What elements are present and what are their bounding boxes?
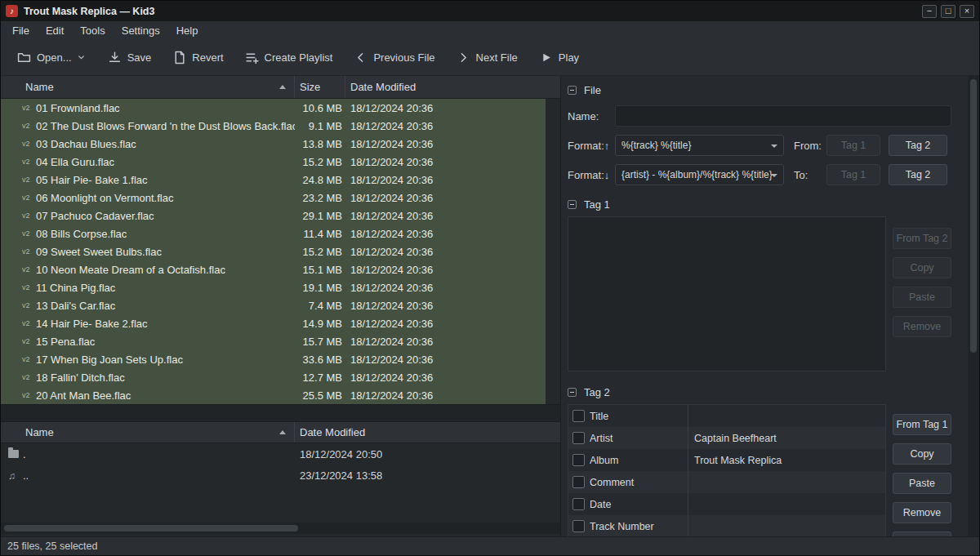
next-file-button[interactable]: Next File <box>450 45 524 70</box>
file-size: 25.5 MB <box>295 389 342 402</box>
file-row[interactable]: v220 Ant Man Bee.flac25.5 MB18/12/2024 2… <box>1 386 546 404</box>
file-name: 01 Frownland.flac <box>36 102 295 114</box>
create-playlist-button[interactable]: Create Playlist <box>238 45 340 70</box>
file-date: 18/12/2024 20:36 <box>342 264 433 276</box>
menu-item-help[interactable]: Help <box>168 23 207 38</box>
save-button[interactable]: Save <box>101 45 158 70</box>
collapse-toggle-icon[interactable] <box>568 388 577 397</box>
open-button[interactable]: Open... <box>11 45 93 70</box>
menu-item-tools[interactable]: Tools <box>72 23 113 38</box>
maximize-button[interactable]: □ <box>941 5 956 18</box>
tag2-section-header[interactable]: Tag 2 <box>568 385 951 399</box>
close-button[interactable]: × <box>960 5 974 18</box>
field-value[interactable] <box>688 405 885 427</box>
revert-button[interactable]: Revert <box>166 45 229 70</box>
tag2-row-album[interactable]: AlbumTrout Mask Replica <box>568 449 885 471</box>
main-area: Name Size Date Modified v201 Frownland.f… <box>1 76 979 536</box>
collapse-toggle-icon[interactable] <box>568 86 577 95</box>
file-header-name[interactable]: Name <box>1 76 295 98</box>
tag2-row-title[interactable]: Title <box>568 405 885 427</box>
file-name: 14 Hair Pie- Bake 2.flac <box>36 318 295 330</box>
field-value[interactable]: Captain Beefheart <box>688 427 885 449</box>
field-checkbox[interactable] <box>572 410 585 422</box>
scrollbar-thumb[interactable] <box>970 79 977 353</box>
tag2-row-artist[interactable]: ArtistCaptain Beefheart <box>568 427 885 449</box>
field-value[interactable] <box>688 471 885 493</box>
to-tag1-button[interactable]: Tag 1 <box>826 164 880 185</box>
field-checkbox[interactable] <box>572 476 585 488</box>
edit-button[interactable]: Edit... <box>893 532 951 536</box>
tag1-section-header[interactable]: Tag 1 <box>568 197 951 211</box>
field-checkbox[interactable] <box>572 520 585 532</box>
from-tag-1-button[interactable]: From Tag 1 <box>893 414 951 435</box>
field-value[interactable]: Trout Mask Replica <box>688 449 885 471</box>
file-row[interactable]: v201 Frownland.flac10.6 MB18/12/2024 20:… <box>1 99 546 117</box>
file-row[interactable]: v215 Pena.flac15.7 MB18/12/2024 20:36 <box>1 332 546 350</box>
file-name: 09 Sweet Sweet Bulbs.flac <box>36 246 295 258</box>
tag-panel: File Name: Format:↑ %{track} %{title} Fr… <box>561 76 968 536</box>
scrollbar-thumb[interactable] <box>4 525 298 532</box>
field-checkbox[interactable] <box>572 432 585 444</box>
to-label: To: <box>794 169 826 181</box>
collapse-toggle-icon[interactable] <box>568 200 577 209</box>
file-row[interactable]: v209 Sweet Sweet Bulbs.flac15.2 MB18/12/… <box>1 242 546 260</box>
dir-row[interactable]: ..23/12/2024 13:58 <box>1 465 560 486</box>
vertical-scrollbar[interactable] <box>968 76 979 536</box>
filename-format-to-combo[interactable]: {artist} - %{album}/%{track} %{title} <box>615 164 784 185</box>
filename-format-from-combo[interactable]: %{track} %{title} <box>615 135 784 156</box>
paste-button[interactable]: Paste <box>893 473 951 494</box>
file-row[interactable]: v210 Neon Meate Dream of a Octafish.flac… <box>1 260 546 278</box>
file-date: 18/12/2024 20:36 <box>342 102 433 114</box>
minimize-button[interactable]: − <box>922 5 937 18</box>
file-section-header[interactable]: File <box>568 82 951 97</box>
dir-row[interactable]: .18/12/2024 20:50 <box>1 443 560 465</box>
filename-input[interactable] <box>615 105 951 127</box>
dir-header-date[interactable]: Date Modified <box>295 422 560 443</box>
paste-button[interactable]: Paste <box>893 287 951 308</box>
play-button[interactable]: Play <box>532 45 586 70</box>
file-row[interactable]: v211 China Pig.flac19.1 MB18/12/2024 20:… <box>1 278 546 296</box>
from-tag1-button[interactable]: Tag 1 <box>826 135 880 156</box>
from-tag2-button[interactable]: Tag 2 <box>889 135 947 156</box>
file-header-size[interactable]: Size <box>295 76 345 98</box>
field-value[interactable] <box>688 493 885 515</box>
field-value[interactable] <box>688 515 885 536</box>
horizontal-scrollbar[interactable] <box>1 523 560 534</box>
menu-item-edit[interactable]: Edit <box>38 23 72 38</box>
field-checkbox[interactable] <box>572 454 585 466</box>
file-row[interactable]: v206 Moonlight on Vermont.flac23.2 MB18/… <box>1 189 546 207</box>
copy-button[interactable]: Copy <box>893 443 951 465</box>
file-row[interactable]: v213 Dali's Car.flac7.4 MB18/12/2024 20:… <box>1 296 546 314</box>
to-tag2-button[interactable]: Tag 2 <box>889 164 947 185</box>
dir-header-name[interactable]: Name <box>1 422 295 443</box>
file-header-date[interactable]: Date Modified <box>345 76 560 98</box>
file-row[interactable]: v208 Bills Corpse.flac11.4 MB18/12/2024 … <box>1 225 546 242</box>
tag2-row-track-number[interactable]: Track Number <box>568 515 885 536</box>
file-size: 10.6 MB <box>295 102 342 114</box>
file-row[interactable]: v207 Pachuco Cadaver.flac29.1 MB18/12/20… <box>1 207 546 225</box>
copy-button[interactable]: Copy <box>893 257 951 278</box>
remove-button[interactable]: Remove <box>893 316 951 337</box>
title-bar: ♪ Trout Mask Replica — Kid3 − □ × <box>1 1 979 21</box>
menu-item-settings[interactable]: Settings <box>114 23 168 38</box>
remove-button[interactable]: Remove <box>893 502 951 523</box>
field-checkbox[interactable] <box>572 498 585 510</box>
file-row[interactable]: v214 Hair Pie- Bake 2.flac14.9 MB18/12/2… <box>1 314 546 332</box>
tag2-row-comment[interactable]: Comment <box>568 471 885 493</box>
from-tag-2-button[interactable]: From Tag 2 <box>893 228 951 249</box>
file-row[interactable]: v202 The Dust Blows Forward 'n the Dust … <box>1 117 546 135</box>
menu-item-file[interactable]: File <box>4 23 38 38</box>
previous-file-button[interactable]: Previous File <box>347 45 441 70</box>
file-row[interactable]: v205 Hair Pie- Bake 1.flac24.8 MB18/12/2… <box>1 171 546 189</box>
file-row[interactable]: v217 When Big Joan Sets Up.flac33.6 MB18… <box>1 350 546 368</box>
file-row[interactable]: v203 Dachau Blues.flac13.8 MB18/12/2024 … <box>1 135 546 153</box>
file-row[interactable]: v204 Ella Guru.flac15.2 MB18/12/2024 20:… <box>1 153 546 171</box>
file-size: 24.8 MB <box>295 174 342 186</box>
tag1-section-title: Tag 1 <box>584 198 610 211</box>
open-dropdown-chevron-icon[interactable] <box>76 52 87 63</box>
file-row[interactable]: v218 Fallin' Ditch.flac12.7 MB18/12/2024… <box>1 368 546 386</box>
tag2-row-date[interactable]: Date <box>568 493 885 515</box>
file-name: 07 Pachuco Cadaver.flac <box>36 210 295 222</box>
tag2-label: Tag 2 <box>906 140 931 151</box>
panel-splitter[interactable] <box>1 404 560 422</box>
